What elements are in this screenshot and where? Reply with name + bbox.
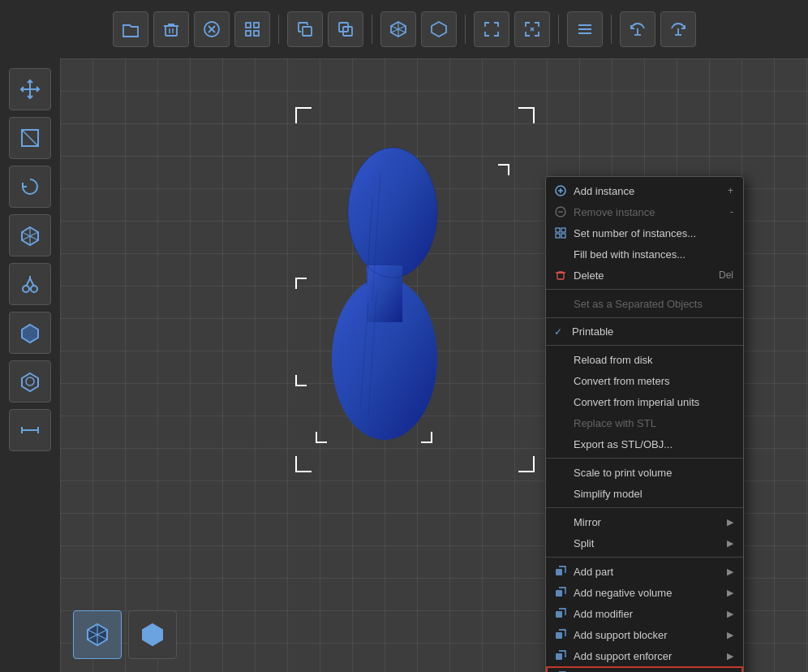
simplify-icon — [554, 487, 567, 500]
split-icon — [554, 536, 567, 549]
simplify-label: Simplify model — [574, 488, 733, 500]
place-tool-button[interactable] — [9, 214, 51, 256]
paint-tool-button[interactable] — [9, 312, 51, 354]
selection-corner-bl — [295, 456, 312, 472]
svg-rect-9 — [254, 31, 259, 36]
add-instance-label: Add instance — [574, 185, 721, 197]
svg-rect-46 — [367, 265, 402, 322]
3d-viewport[interactable]: Add instance + Remove instance - Set num… — [60, 58, 808, 672]
add-modifier-arrow: ▶ — [727, 609, 733, 619]
support-tool-button[interactable] — [9, 360, 51, 403]
svg-rect-58 — [561, 228, 565, 232]
move-tool-button[interactable] — [9, 68, 51, 110]
view-3d-button[interactable] — [380, 11, 416, 47]
remove-instance-icon — [554, 205, 567, 218]
menu-item-scale-print[interactable]: Scale to print volume — [546, 462, 743, 483]
paste-button[interactable] — [328, 11, 363, 47]
replace-stl-icon — [554, 416, 567, 429]
reload-icon — [554, 353, 567, 366]
svg-line-28 — [22, 130, 38, 146]
svg-marker-17 — [432, 22, 446, 37]
svg-point-44 — [348, 148, 437, 278]
selection-corner-br — [518, 456, 535, 472]
redo-button[interactable] — [660, 11, 696, 47]
menu-item-remove-instance[interactable]: Remove instance - — [546, 201, 743, 222]
undo-button[interactable] — [620, 11, 655, 47]
svg-marker-79 — [143, 624, 162, 645]
menu-button[interactable] — [567, 11, 603, 47]
reload-disk-label: Reload from disk — [574, 354, 733, 366]
menu-item-add-instance[interactable]: Add instance + — [546, 180, 743, 201]
svg-rect-62 — [556, 569, 562, 575]
cut-tool-button[interactable] — [9, 263, 51, 305]
open-button[interactable] — [113, 11, 148, 47]
scale-print-icon — [554, 466, 567, 479]
autofit-button[interactable] — [474, 11, 509, 47]
printable-label: Printable — [572, 325, 733, 338]
menu-item-set-separated[interactable]: Set as a Separated Objects — [546, 293, 743, 314]
add-part-icon — [554, 565, 567, 578]
convert-meters-label: Convert from meters — [574, 375, 733, 387]
close-object-button[interactable] — [194, 11, 230, 47]
menu-item-height-range[interactable]: Height range Modifier ▶ — [546, 666, 743, 672]
convert-meters-icon — [554, 374, 567, 387]
menu-item-replace-stl[interactable]: Replace with STL — [546, 412, 743, 433]
set-separated-label: Set as a Separated Objects — [574, 298, 733, 310]
menu-item-add-modifier[interactable]: Add modifier ▶ — [546, 603, 743, 624]
sep-5 — [546, 507, 743, 508]
svg-rect-0 — [165, 26, 177, 36]
expand-button[interactable] — [514, 11, 550, 47]
menu-item-add-support-enforcer[interactable]: Add support enforcer ▶ — [546, 645, 743, 666]
mini-marker-5 — [316, 432, 327, 443]
svg-rect-59 — [556, 234, 560, 238]
mini-marker-2 — [498, 164, 509, 175]
add-negative-icon — [554, 586, 567, 599]
measure-tool-button[interactable] — [9, 409, 51, 451]
svg-rect-57 — [556, 228, 560, 232]
3d-view-button[interactable] — [73, 610, 122, 659]
arrange-button[interactable] — [234, 11, 270, 47]
sep-3 — [546, 345, 743, 346]
svg-rect-8 — [246, 31, 251, 36]
svg-rect-60 — [561, 234, 565, 238]
sep-4 — [546, 458, 743, 459]
delete-object-button[interactable] — [153, 11, 189, 47]
add-part-label: Add part — [574, 566, 720, 578]
svg-rect-10 — [303, 27, 312, 36]
menu-item-printable[interactable]: ✓ Printable — [546, 321, 743, 342]
add-support-enforcer-icon — [554, 649, 567, 662]
menu-item-convert-meters[interactable]: Convert from meters — [546, 370, 743, 391]
menu-item-set-number[interactable]: Set number of instances... — [546, 222, 743, 243]
menu-item-simplify[interactable]: Simplify model — [546, 483, 743, 504]
add-instance-shortcut: + — [728, 185, 733, 196]
svg-rect-64 — [556, 611, 562, 618]
left-sidebar — [0, 58, 60, 672]
convert-imperial-label: Convert from imperial units — [574, 396, 733, 408]
menu-item-add-part[interactable]: Add part ▶ — [546, 561, 743, 582]
svg-marker-38 — [22, 325, 38, 342]
layer-view-button[interactable] — [128, 610, 177, 659]
menu-item-split[interactable]: Split ▶ — [546, 532, 743, 554]
mirror-arrow: ▶ — [727, 517, 733, 528]
add-support-blocker-icon — [554, 628, 567, 641]
add-support-enforcer-label: Add support enforcer — [574, 650, 720, 662]
menu-item-reload-disk[interactable]: Reload from disk — [546, 349, 743, 370]
add-modifier-label: Add modifier — [574, 608, 720, 620]
menu-item-convert-imperial[interactable]: Convert from imperial units — [546, 391, 743, 412]
menu-item-add-negative[interactable]: Add negative volume ▶ — [546, 582, 743, 603]
menu-item-add-support-blocker[interactable]: Add support blocker ▶ — [546, 624, 743, 645]
menu-item-fill-bed[interactable]: Fill bed with instances... — [546, 243, 743, 265]
view-flat-button[interactable] — [421, 11, 457, 47]
svg-rect-6 — [246, 23, 251, 28]
sep-1 — [546, 289, 743, 290]
rotate-tool-button[interactable] — [9, 166, 51, 208]
mirror-icon — [554, 515, 567, 528]
svg-rect-66 — [556, 653, 562, 660]
copy-button[interactable] — [287, 11, 323, 47]
menu-item-mirror[interactable]: Mirror ▶ — [546, 511, 743, 532]
menu-item-export-stl[interactable]: Export as STL/OBJ... — [546, 433, 743, 454]
3d-object[interactable] — [328, 140, 458, 448]
printable-check: ✓ — [554, 326, 565, 338]
menu-item-delete[interactable]: Delete Del — [546, 265, 743, 286]
scale-tool-button[interactable] — [9, 117, 51, 159]
